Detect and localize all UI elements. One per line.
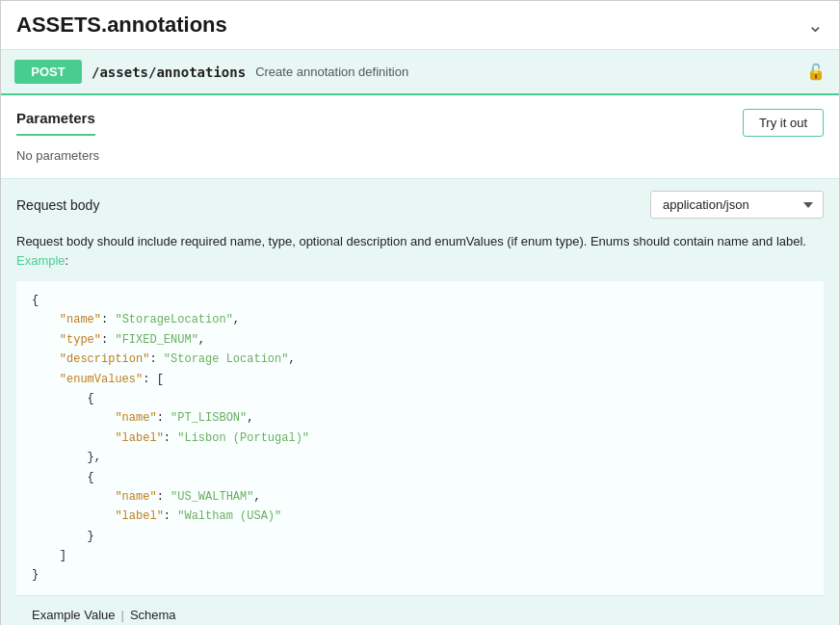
method-badge: POST [14,60,82,84]
request-body-description: Request body should include required nam… [16,232,824,270]
tab-divider: | [120,608,123,622]
endpoint-bar: POST /assets/annotations Create annotati… [1,50,839,95]
content-type-select[interactable]: application/json [650,191,824,219]
description-colon: : [66,253,69,268]
code-line-15: } [32,565,808,585]
code-line-8: "label": "Lisbon (Portugal)" [32,429,808,448]
main-container: ASSETS.annotations ⌄ POST /assets/annota… [0,0,840,625]
code-line-7: "name": "PT_LISBON", [32,408,808,428]
section-header-bar: ASSETS.annotations ⌄ [1,1,839,50]
no-parameters-text: No parameters [1,137,839,178]
tab-example-value[interactable]: Example Value [32,606,115,624]
endpoint-description: Create annotation definition [255,65,408,79]
section-title: ASSETS.annotations [16,13,227,38]
code-line-10: { [32,468,808,487]
code-line-4: "description": "Storage Location", [32,350,808,369]
code-line-1: { [32,291,808,310]
collapse-icon[interactable]: ⌄ [807,13,824,37]
code-example-block: { "name": "StorageLocation", "type": "FI… [16,281,824,595]
request-body-section: Request body application/json Request bo… [1,178,839,625]
request-body-label: Request body [16,197,99,213]
request-body-header: Request body application/json [16,191,824,219]
description-example-link[interactable]: Example [16,253,66,268]
parameters-header: Parameters Try it out [1,95,839,137]
code-line-9: }, [32,448,808,467]
code-line-13: } [32,527,808,546]
code-line-3: "type": "FIXED_ENUM", [32,330,808,350]
tab-schema[interactable]: Schema [130,606,176,624]
endpoint-path: /assets/annotations [92,65,246,80]
code-line-5: "enumValues": [ [32,370,808,389]
try-it-out-button[interactable]: Try it out [743,109,824,137]
example-schema-bar: Example Value | Schema [16,595,824,625]
code-line-12: "label": "Waltham (USA)" [32,507,808,526]
description-text-part1: Request body should include required nam… [16,234,806,248]
parameters-title: Parameters [16,110,95,136]
code-line-2: "name": "StorageLocation", [32,310,808,329]
code-line-11: "name": "US_WALTHAM", [32,487,808,507]
lock-icon[interactable]: 🔓 [806,63,826,81]
code-line-6: { [32,389,808,408]
code-line-14: ] [32,546,808,565]
